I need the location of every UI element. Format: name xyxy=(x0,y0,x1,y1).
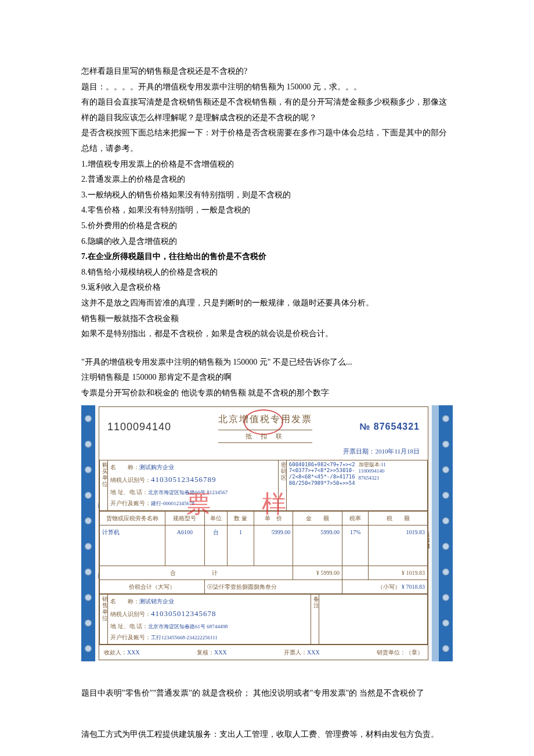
buyer-name-label: 名 称： xyxy=(110,464,139,470)
list-item-5: 5.价外费用的价格是含税的 xyxy=(81,218,453,234)
item-qty: 1 xyxy=(228,525,254,566)
cipher-meta3: 87654321 xyxy=(359,475,380,481)
sum-small: ¥ 7018.83 xyxy=(402,584,425,590)
remark-side-label: 备注 xyxy=(311,594,319,645)
buyer-bank: 建行-000012345678 xyxy=(151,501,194,506)
cipher-l3: /2<8<68*<45*-/8>41716 xyxy=(289,474,355,480)
perforation-right xyxy=(439,405,453,661)
buyer-name: 测试购方企业 xyxy=(139,464,174,470)
paragraph: 是否含税按照下面总结来把握一下：对于价格是否含税需要在多作习题中体会总结，下面是… xyxy=(81,125,453,156)
perforation-right-inner xyxy=(432,405,439,661)
list-item-2: 2.普通发票上的价格是含税的 xyxy=(81,172,453,188)
cipher-l4: 80/250<7989*7>50+>>54 xyxy=(289,480,355,486)
item-name: 计算机 xyxy=(100,525,165,566)
item-rate: 17% xyxy=(342,525,369,566)
paragraph: 销售额一般就指不含税金额 xyxy=(81,311,453,327)
issuer: XXX xyxy=(307,649,320,656)
buyer-tax: 410305123456789 xyxy=(151,475,217,484)
col-price: 单 价 xyxy=(254,511,293,525)
paragraph: 有的题目会直接写清楚是含税销售额还是不含税销售额，有的是分开写清楚金额多少税额多… xyxy=(81,95,453,125)
invoice-body: 1100094140 北京增值税专用发票 抵 扣 联 № 87654321 开票… xyxy=(99,406,428,660)
item-model: A6100 xyxy=(165,525,205,566)
col-unit: 单位 xyxy=(204,511,228,525)
seller-table: 销售单位 名 称：测试销方企业 纳税人识别号：410305012345678 地… xyxy=(99,594,428,645)
col-model: 规格型号 xyxy=(165,511,205,525)
invoice-sample: 国税函 [2009] 335 号南京印刷厂 第二联：抵扣联 购货方扣税凭证 11… xyxy=(81,405,453,661)
list-item-4: 4.零售价格，如果没有特别指明，一般是含税的 xyxy=(81,203,453,218)
date-value: 2010年11月18日 xyxy=(375,448,420,455)
seller-side-label: 销售单位 xyxy=(100,594,108,645)
col-rate: 税率 xyxy=(342,511,369,525)
seller-bank: 工行123455668-234222256111 xyxy=(151,635,218,640)
cipher-l2: 7<0377>+7<8*2>>53010- xyxy=(289,467,355,473)
list-item-7-bold: 7.在企业所得税题目中，往往给出的售价是不含税价 xyxy=(81,249,453,265)
title-main: 北京增值税专用发票 xyxy=(218,414,312,424)
total-tax: ¥ 1019.83 xyxy=(369,566,428,579)
paragraph: 注明销售额是 150000 那肯定不是含税的啊 xyxy=(81,370,453,386)
payee: XXX xyxy=(127,649,140,656)
list-item-1: 1.增值税专用发票上的价格是不含增值税的 xyxy=(81,157,453,172)
buyer-cipher-table: 购买单位 名 称：测试购方企业 纳税人识别号：410305123456789 地… xyxy=(99,460,428,511)
remark-area xyxy=(319,594,428,645)
list-item-9: 9.返利收入是含税价格 xyxy=(81,280,453,296)
title-sub: 抵 扣 联 xyxy=(218,430,312,443)
buyer-side-label: 购买单位 xyxy=(100,460,108,510)
buyer-tax-label: 纳税人识别号： xyxy=(110,477,151,483)
col-tax: 税 额 xyxy=(369,511,428,525)
buyer-info: 名 称：测试购方企业 纳税人识别号：410305123456789 地 址、电 … xyxy=(108,460,279,510)
invoice-title: 北京增值税专用发票 抵 扣 联 xyxy=(218,411,312,442)
list-item-6: 6.隐瞒的收入是含增值税的 xyxy=(81,234,453,250)
paragraph: "开具的增值税专用发票中注明的销售额为 150000 元" 不是已经告诉你了么.… xyxy=(81,355,453,370)
seller-name-label: 名 称： xyxy=(110,598,139,604)
cipher-meta2: 1100094140 xyxy=(359,468,385,474)
item-amount: 5999.00 xyxy=(293,525,342,566)
seller-name: 测试销方企业 xyxy=(139,598,174,604)
seller-tax-label: 纳税人识别号： xyxy=(110,611,151,617)
invoice-footer: 收款人：XXX 复核：XXX 开票人：XXX 销货单位：（章） xyxy=(99,645,428,660)
total-label: 合 计 xyxy=(100,566,293,579)
paragraph: 如果不是特别指出，都是不含税价，如果是含税的就会说是价税合计。 xyxy=(81,326,453,342)
invoice-number: № 87654321 xyxy=(360,418,420,435)
cipher-area: 60040186+982<79+7+><2 7<0377>+7<8*2>>530… xyxy=(286,460,427,510)
seller-addr-label: 地 址、电 话： xyxy=(110,623,148,629)
no-label: № xyxy=(360,422,371,431)
seller-addr: 北京市海淀区知春路61号 68744498 xyxy=(148,624,228,629)
cipher-meta-label: 加密版本: xyxy=(359,462,381,467)
unit-label: 销货单位：（章） xyxy=(377,647,423,658)
paragraph: 专票是分开写价款和税金的 他说专票的销售额 就是不含税的那个数字 xyxy=(81,386,453,401)
no-value: 87654321 xyxy=(374,422,420,431)
buyer-addr-label: 地 址、电 话： xyxy=(110,489,148,495)
buyer-bank-label: 开户行及账号： xyxy=(110,500,151,506)
seller-info: 名 称：测试销方企业 纳税人识别号：410305012345678 地 址、电 … xyxy=(108,594,311,645)
check: XXX xyxy=(214,649,227,656)
paragraph: 题目中表明"零售价""普通发票"的 就是含税价； 其他没说明或者"专用发票"的 … xyxy=(81,686,453,701)
buyer-addr: 北京市海淀区知春路60号 81234567 xyxy=(148,489,228,495)
col-name: 货物或应税劳务名称 xyxy=(100,511,165,525)
sum-label: 价税合计（大写） xyxy=(100,579,205,593)
sum-small-label: （小写） xyxy=(377,584,400,590)
col-amount: 金 额 xyxy=(293,511,342,525)
list-item-3: 3.一般纳税人的销售价格如果没有特别指明，则是不含税的 xyxy=(81,188,453,203)
col-qty: 数 量 xyxy=(228,511,254,525)
payee-label: 收款人： xyxy=(104,649,127,656)
item-tax: 1019.83 xyxy=(369,525,428,566)
cipher-side-label: 密码区 xyxy=(278,460,286,510)
cipher-meta1: 11 xyxy=(381,462,386,467)
item-price: 5999.00 xyxy=(254,525,293,566)
item-unit: 台 xyxy=(204,525,228,566)
invoice-date-row: 开票日期：2010年11月18日 xyxy=(99,445,428,460)
list-item-8: 8.销售给小规模纳税人的价格是含税的 xyxy=(81,265,453,280)
issuer-label: 开票人： xyxy=(284,649,307,656)
total-amount: ¥ 5999.00 xyxy=(293,566,342,579)
paragraph: 题目：。。。。开具的增值税专用发票中注明的销售额为 150000 元，求。。。 xyxy=(81,80,453,95)
seller-tax: 410305012345678 xyxy=(151,609,217,618)
date-label: 开票日期： xyxy=(343,448,375,455)
perforation-left xyxy=(81,405,95,661)
invoice-code: 1100094140 xyxy=(107,417,171,437)
seller-bank-label: 开户行及账号： xyxy=(110,634,151,640)
check-label: 复核： xyxy=(197,649,214,656)
paragraph: 这并不是放之四海而皆准的真理，只是判断时的一般规律，做题时还要具体分析。 xyxy=(81,296,453,311)
items-table: 货物或应税劳务名称 规格型号 单位 数 量 单 价 金 额 税率 税 额 计算机… xyxy=(99,511,428,594)
cipher-l1: 60040186+982<79+7+><2 xyxy=(289,462,355,467)
paragraph: 清包工方式为甲供工程提供建筑服务：支出人工管理，收取人工费、管理费等，材料由发包… xyxy=(81,727,453,743)
